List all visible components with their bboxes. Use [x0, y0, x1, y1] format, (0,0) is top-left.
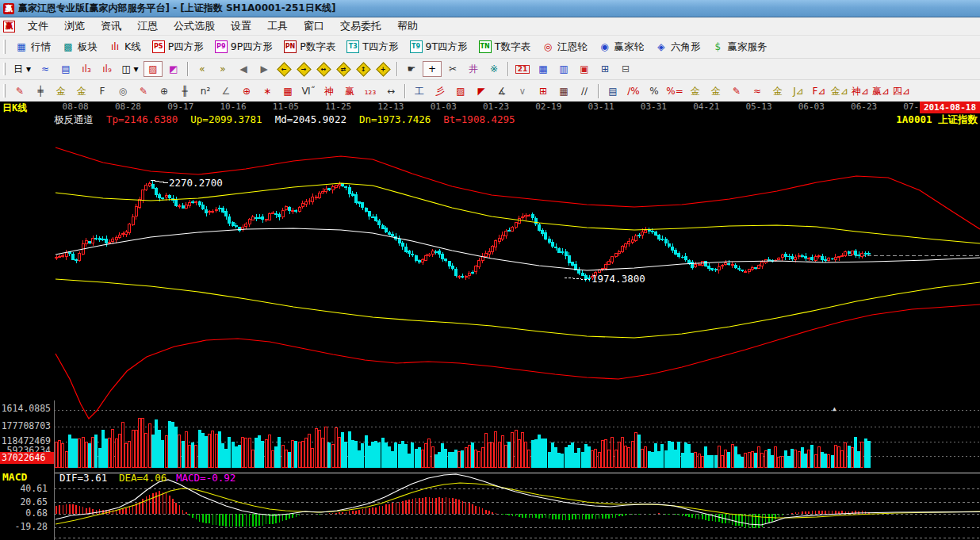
f-angle-tool[interactable]: F⊿ [810, 83, 829, 99]
percent-slash-tool[interactable]: ∕% [624, 83, 643, 99]
percent-table-tool[interactable]: ▤ [603, 83, 622, 99]
chart-area[interactable]: 日K线 08-0808-2809-1710-1611-0511-2512-130… [0, 101, 980, 540]
wave-range-tool[interactable]: ≈ [748, 83, 767, 99]
crosshair-tool-button[interactable]: + [423, 61, 442, 77]
menu-tools[interactable]: 工具 [259, 17, 296, 35]
toolbar-separator [404, 84, 406, 98]
calendar-button[interactable]: 21 [513, 61, 532, 77]
tb-winner-wheel[interactable]: ◉ 赢家轮 [592, 39, 649, 56]
compress-vertical-button[interactable]: ↕ [356, 62, 370, 76]
color-volume-icon[interactable]: ◩ [164, 61, 183, 77]
dark-grid-tool[interactable]: ▦ [554, 83, 573, 99]
hand-tool-button[interactable]: ☛ [402, 61, 421, 77]
menu-formula-stock-picker[interactable]: 公式选股 [166, 17, 223, 35]
tb-hexagon[interactable]: ◈ 六角形 [649, 39, 706, 56]
v-lines-tool[interactable]: ∨ [513, 83, 532, 99]
menu-news[interactable]: 资讯 [93, 17, 129, 35]
menu-settings[interactable]: 设置 [223, 17, 259, 35]
menu-browse[interactable]: 浏览 [56, 17, 93, 35]
gold-ruler2-tool[interactable]: 金 [72, 83, 91, 99]
tb-quotes[interactable]: ▦ 行情 [10, 39, 56, 56]
last-page-button[interactable]: » [213, 61, 232, 77]
menu-gann[interactable]: 江恩 [129, 17, 166, 35]
brush-tool[interactable]: ✎ [10, 83, 29, 99]
expand-horizontal-button[interactable]: ↔ [316, 62, 331, 76]
red-grid-tool[interactable]: ⊞ [534, 83, 553, 99]
percent-equal-tool[interactable]: %= [665, 83, 684, 99]
compress-horizontal-button[interactable]: ⇄ [336, 62, 350, 76]
pattern-tool-button[interactable]: ※ [484, 61, 503, 77]
candle-style-dropdown[interactable]: ◫ ▾ [118, 61, 142, 77]
angle-ruler-tool[interactable]: ∠ [216, 83, 235, 99]
shift-right-button[interactable]: → [297, 62, 311, 76]
tb-t-table[interactable]: TN T数字表 [473, 39, 536, 56]
red-rays-tool[interactable]: 彡 [431, 83, 450, 99]
kline-9-icon[interactable]: ıl₉ [98, 61, 117, 77]
tb-9p-square[interactable]: P9 9P四方形 [209, 39, 278, 56]
trend-wave-icon[interactable]: ≈ [36, 61, 55, 77]
tick-ruler2-tool[interactable]: ╫ [175, 83, 194, 99]
gold-line-tool[interactable]: 金 [768, 83, 787, 99]
scissors-tool-button[interactable]: ✂ [443, 61, 462, 77]
ying-angle-tool[interactable]: 赢⊿ [871, 83, 890, 99]
red-corner-rays-tool[interactable]: ◤ [472, 83, 491, 99]
expand-vertical-button[interactable]: + [376, 62, 390, 76]
brush-chart-tool[interactable]: ✎ [134, 83, 153, 99]
angle-lines-tool[interactable]: ∡ [492, 83, 511, 99]
tb-p-square[interactable]: PS P四方形 [147, 39, 209, 56]
printer-button[interactable]: ⊟ [616, 61, 635, 77]
menu-help[interactable]: 帮助 [389, 17, 426, 35]
menu-trade-entrust[interactable]: 交易委托 [332, 17, 389, 35]
save-button[interactable]: ▣ [575, 61, 594, 77]
menu-file[interactable]: 文件 [20, 17, 56, 35]
menu-window[interactable]: 窗口 [296, 17, 332, 35]
tb-kline[interactable]: ılı K线 [103, 39, 147, 56]
kline-pattern-icon[interactable]: ▨ [144, 61, 163, 77]
prev-page-button[interactable]: ◀ [234, 61, 253, 77]
brush-k-tool[interactable]: ✎ [727, 83, 746, 99]
period-day-dropdown[interactable]: 日 ▾ [10, 61, 34, 77]
ruler-123-tool[interactable]: ₁₂₃ [361, 83, 380, 99]
width-arrow-tool[interactable]: ↔ [381, 83, 400, 99]
percent-tool[interactable]: % [645, 83, 664, 99]
spiral-tool[interactable]: ◎ [113, 83, 132, 99]
next-page-button[interactable]: ▶ [255, 61, 274, 77]
tick-ruler-tool[interactable]: ╪ [31, 83, 50, 99]
si-angle-tool[interactable]: 四⊿ [892, 83, 911, 99]
shen-tool[interactable]: 神 [320, 83, 339, 99]
diagonal-lines-tool[interactable]: ∕∕ [575, 83, 594, 99]
tb-p-table[interactable]: PN P数字表 [278, 39, 342, 56]
tb-gann-wheel[interactable]: ◎ 江恩轮 [536, 39, 593, 56]
toolbar-separator [598, 84, 599, 98]
notes-button[interactable]: ▥ [554, 61, 573, 77]
f-ruler-tool[interactable]: F [93, 83, 112, 99]
mark-tool-button[interactable]: 井 [464, 61, 483, 77]
info-panel-icon[interactable]: ▤ [56, 61, 75, 77]
gold-circle-tool[interactable]: 金 [686, 83, 705, 99]
shift-left-button[interactable]: ← [277, 62, 291, 76]
red-star-tool[interactable]: ∗ [258, 83, 277, 99]
tb-t-square[interactable]: T3 T四方形 [341, 39, 404, 56]
red-box-rays-tool[interactable]: ▨ [451, 83, 470, 99]
compass-tool[interactable]: ⊕ [155, 83, 174, 99]
gold-equal-tool[interactable]: 金 [706, 83, 725, 99]
tb-sectors[interactable]: ▩ 板块 [56, 39, 103, 56]
j-angle-tool[interactable]: J⊿ [789, 83, 808, 99]
shen-angle-tool[interactable]: 神⊿ [851, 83, 870, 99]
first-page-button[interactable]: « [193, 61, 212, 77]
red-circle-cross-tool[interactable]: ⊕ [237, 83, 256, 99]
gold-angle-tool[interactable]: 金⊿ [830, 83, 849, 99]
computer-button[interactable]: ⊞ [595, 61, 614, 77]
ying-tool[interactable]: 赢 [340, 83, 359, 99]
ibeam-tool[interactable]: 工 [410, 83, 429, 99]
n-square-tool[interactable]: n² [196, 83, 215, 99]
gold-ruler-tool[interactable]: 金 [52, 83, 71, 99]
tb-winner-service[interactable]: $ 赢家服务 [706, 39, 772, 56]
red-web-tool[interactable]: ▦ [278, 83, 297, 99]
vi-marker-tool[interactable]: Ⅵ˝ [299, 83, 318, 99]
tb-9t-square[interactable]: T9 9T四方形 [404, 39, 473, 56]
calculator-button[interactable]: ▦ [534, 61, 553, 77]
date-label: 02-19 [523, 102, 575, 112]
kline-3-icon[interactable]: ıl₃ [77, 61, 96, 77]
date-label: 10-16 [207, 102, 259, 112]
